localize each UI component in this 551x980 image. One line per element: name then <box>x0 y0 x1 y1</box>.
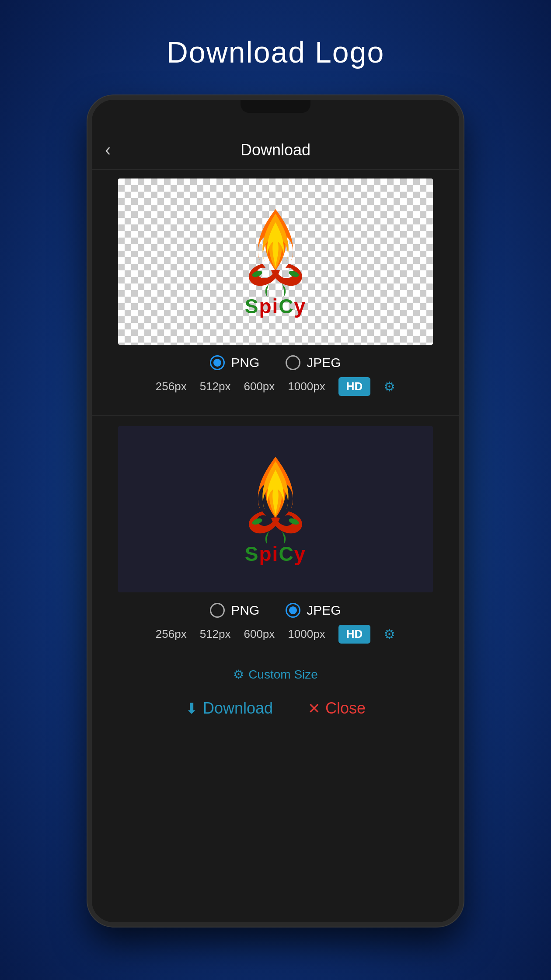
header-title: Download <box>241 141 310 159</box>
phone-notch <box>241 100 310 113</box>
phone-frame: ‹ Download <box>87 95 464 927</box>
settings-gear-icon-2[interactable]: ⚙ <box>384 626 395 642</box>
app-header: ‹ Download <box>92 130 459 170</box>
size-512px-2[interactable]: 512px <box>200 627 231 641</box>
close-icon: ✕ <box>308 700 320 717</box>
size-512px-1[interactable]: 512px <box>200 380 231 393</box>
close-label: Close <box>325 699 366 718</box>
size-256px-2[interactable]: 256px <box>156 627 187 641</box>
settings-gear-icon-1[interactable]: ⚙ <box>384 379 395 394</box>
jpeg-radio-option-1[interactable]: JPEG <box>286 355 341 370</box>
spicy-logo-dark: SpiCy <box>219 448 332 570</box>
jpeg-radio-label-2: JPEG <box>307 603 341 618</box>
jpeg-radio-circle-2[interactable] <box>286 603 300 618</box>
size-1000px-1[interactable]: 1000px <box>288 380 325 393</box>
phone-side-button <box>461 231 464 266</box>
png-radio-option-2[interactable]: PNG <box>210 603 259 618</box>
custom-size-label[interactable]: Custom Size <box>248 668 318 682</box>
png-preview-section: SpiCy PNG JPEG 256px <box>92 170 459 413</box>
download-button[interactable]: ⬇ Download <box>185 699 273 718</box>
png-radio-inner <box>213 359 221 367</box>
size-hd-2[interactable]: HD <box>338 625 371 644</box>
jpeg-radio-label-1: JPEG <box>307 355 341 370</box>
jpeg-radio-option-2[interactable]: JPEG <box>286 603 341 618</box>
size-256px-1[interactable]: 256px <box>156 380 187 393</box>
close-button[interactable]: ✕ Close <box>308 699 366 718</box>
custom-size-gear-icon: ⚙ <box>233 667 244 682</box>
jpeg-logo-preview: SpiCy <box>118 426 433 592</box>
jpeg-radio-circle-1[interactable] <box>286 355 300 370</box>
size-hd-1[interactable]: HD <box>338 377 371 396</box>
back-button[interactable]: ‹ <box>105 140 111 160</box>
png-format-row: PNG JPEG <box>118 355 433 370</box>
size-600px-1[interactable]: 600px <box>244 380 275 393</box>
app-content: ‹ Download <box>92 130 459 922</box>
size-600px-2[interactable]: 600px <box>244 627 275 641</box>
png-radio-circle[interactable] <box>210 355 225 370</box>
jpeg-format-row: PNG JPEG <box>118 603 433 618</box>
spicy-logo-transparent: SpiCy <box>219 200 332 323</box>
jpeg-radio-inner-2 <box>289 606 297 614</box>
action-buttons: ⬇ Download ✕ Close <box>92 690 459 735</box>
png-size-row: 256px 512px 600px 1000px HD ⚙ <box>118 377 433 396</box>
png-radio-option[interactable]: PNG <box>210 355 259 370</box>
png-radio-label-2: PNG <box>231 603 259 618</box>
svg-text:SpiCy: SpiCy <box>245 542 306 565</box>
png-radio-label: PNG <box>231 355 259 370</box>
custom-size-row: ⚙ Custom Size <box>92 667 459 682</box>
png-logo-preview: SpiCy <box>118 178 433 345</box>
size-1000px-2[interactable]: 1000px <box>288 627 325 641</box>
svg-text:SpiCy: SpiCy <box>245 295 306 318</box>
jpeg-size-row: 256px 512px 600px 1000px HD ⚙ <box>118 625 433 644</box>
section-divider <box>92 415 459 416</box>
download-icon: ⬇ <box>185 700 198 717</box>
phone-top-bar <box>92 100 459 130</box>
png-radio-circle-2[interactable] <box>210 603 225 618</box>
download-label: Download <box>203 699 273 718</box>
page-title: Download Logo <box>167 35 385 69</box>
jpeg-preview-section: SpiCy PNG JPEG 256px <box>92 417 459 661</box>
